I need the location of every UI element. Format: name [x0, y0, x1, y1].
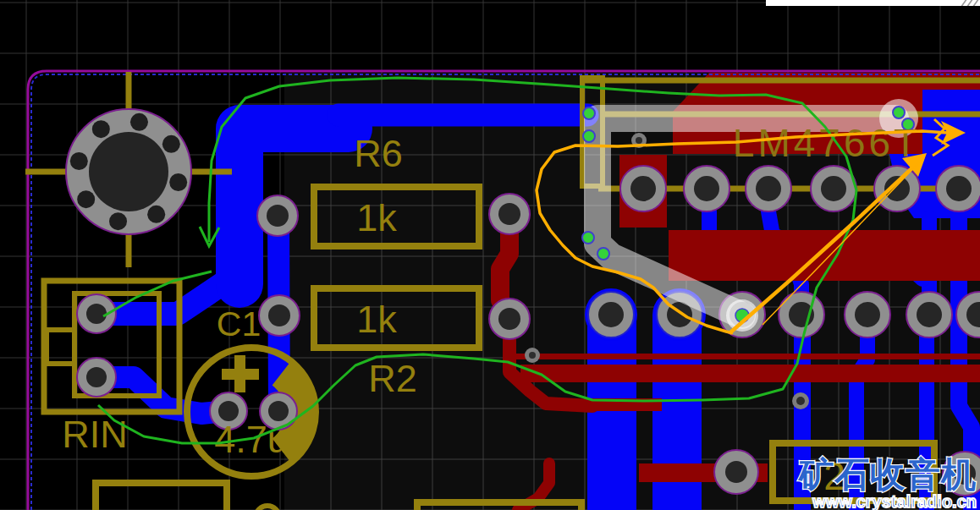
pad-hole — [694, 176, 719, 201]
label-c1-ref[interactable]: C1 — [217, 304, 261, 343]
resize-grip-icon — [973, 0, 979, 6]
net-via-marker[interactable] — [583, 107, 595, 119]
pcb-canvas[interactable]: R6 1k 1k R2 C1 4.7u RIN LM4766T 2 — [0, 0, 980, 510]
pad-hole — [725, 461, 747, 483]
maroon-trace[interactable] — [520, 365, 980, 382]
via-hole — [796, 397, 805, 405]
label-partial-ref[interactable]: 2 — [823, 454, 845, 498]
net-via-marker[interactable] — [583, 130, 595, 142]
pad-hole — [86, 304, 107, 324]
mount-small-hole — [92, 120, 110, 138]
mount-small-hole — [77, 190, 95, 208]
label-r2-value[interactable]: 1k — [356, 298, 397, 341]
net-via-marker[interactable] — [597, 248, 609, 260]
pad-hole — [946, 176, 972, 201]
pad-hole — [498, 203, 520, 225]
silk-outline[interactable] — [47, 330, 74, 364]
net-via-marker[interactable] — [582, 232, 594, 244]
mount-small-hole — [162, 135, 180, 153]
label-r6-value[interactable]: 1k — [356, 196, 397, 239]
mount-small-hole — [109, 212, 127, 230]
pad-hole — [598, 302, 624, 327]
pcb-editor-viewport: R6 1k 1k R2 C1 4.7u RIN LM4766T 2 矿石收音机 … — [0, 0, 980, 510]
silk-outline[interactable] — [96, 483, 227, 510]
via-hole — [636, 137, 642, 144]
mounting-hole[interactable] — [66, 109, 191, 234]
pad-hole — [821, 176, 846, 201]
label-r6-ref[interactable]: R6 — [354, 132, 403, 175]
pad-hole — [756, 176, 781, 201]
maroon-trace[interactable] — [508, 354, 980, 359]
pad-hole — [855, 302, 880, 327]
label-rin-ref[interactable]: RIN — [62, 413, 128, 456]
silk-circle[interactable] — [256, 506, 279, 510]
pad-hole — [917, 302, 942, 327]
mount-small-hole — [169, 173, 187, 191]
mount-small-hole — [130, 113, 148, 131]
mount-drill — [89, 132, 168, 211]
mount-small-hole — [70, 152, 88, 170]
horizontal-scrollbar[interactable] — [766, 0, 980, 6]
pad-hole — [498, 308, 520, 330]
pad-hole — [954, 463, 976, 485]
c1-plus-icon — [222, 369, 259, 380]
via-hole — [529, 352, 536, 359]
pad-hole — [86, 367, 107, 387]
mount-small-hole — [147, 206, 165, 223]
pad-hole — [630, 176, 656, 201]
resize-grip-icon — [961, 0, 967, 6]
resize-grip-icon — [967, 0, 973, 6]
label-r2-ref[interactable]: R2 — [368, 357, 417, 400]
pad-hole — [267, 205, 289, 227]
net-via-marker[interactable] — [893, 107, 905, 118]
pad-hole — [268, 304, 290, 326]
